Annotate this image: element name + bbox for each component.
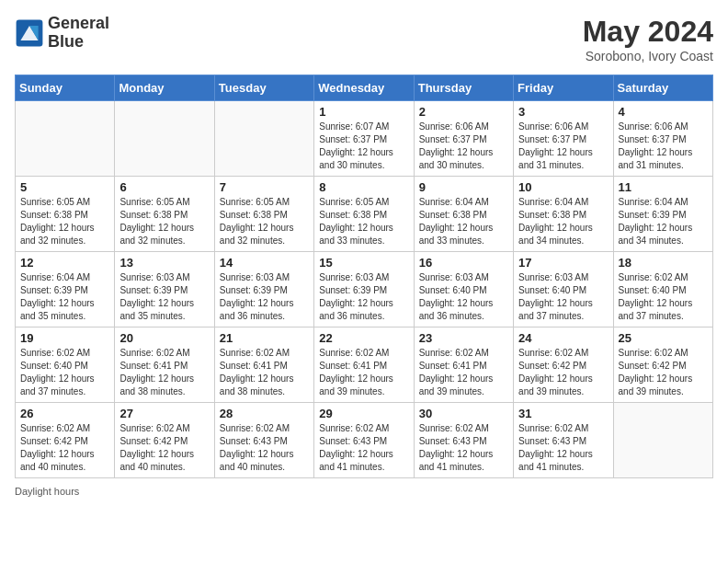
- weekday-header: Saturday: [613, 75, 712, 101]
- day-info: Sunrise: 6:02 AM Sunset: 6:42 PM Dayligh…: [20, 422, 109, 474]
- day-number: 16: [419, 256, 508, 270]
- day-number: 27: [119, 407, 209, 420]
- weekday-header: Tuesday: [214, 75, 313, 101]
- calendar-cell: 2Sunrise: 6:06 AM Sunset: 6:37 PM Daylig…: [414, 101, 513, 177]
- calendar-cell: 29Sunrise: 6:02 AM Sunset: 6:43 PM Dayli…: [314, 403, 414, 478]
- calendar-cell: 21Sunrise: 6:02 AM Sunset: 6:41 PM Dayli…: [214, 327, 313, 403]
- day-info: Sunrise: 6:02 AM Sunset: 6:42 PM Dayligh…: [119, 422, 209, 474]
- day-number: 20: [119, 331, 209, 345]
- calendar-week-row: 26Sunrise: 6:02 AM Sunset: 6:42 PM Dayli…: [16, 403, 713, 478]
- day-number: 24: [518, 331, 608, 345]
- day-info: Sunrise: 6:03 AM Sunset: 6:39 PM Dayligh…: [119, 271, 209, 323]
- calendar-cell: 4Sunrise: 6:06 AM Sunset: 6:37 PM Daylig…: [613, 101, 712, 177]
- day-number: 11: [619, 180, 708, 194]
- day-number: 8: [319, 180, 408, 194]
- day-info: Sunrise: 6:05 AM Sunset: 6:38 PM Dayligh…: [119, 196, 209, 247]
- day-info: Sunrise: 6:04 AM Sunset: 6:38 PM Dayligh…: [518, 196, 608, 247]
- day-info: Sunrise: 6:04 AM Sunset: 6:39 PM Dayligh…: [20, 271, 109, 323]
- day-number: 5: [20, 180, 109, 194]
- day-info: Sunrise: 6:05 AM Sunset: 6:38 PM Dayligh…: [220, 196, 309, 247]
- calendar-body: 1Sunrise: 6:07 AM Sunset: 6:37 PM Daylig…: [16, 101, 713, 478]
- day-info: Sunrise: 6:06 AM Sunset: 6:37 PM Dayligh…: [518, 121, 608, 172]
- calendar-cell: 27Sunrise: 6:02 AM Sunset: 6:42 PM Dayli…: [115, 403, 214, 478]
- day-number: 30: [419, 407, 508, 420]
- day-info: Sunrise: 6:02 AM Sunset: 6:43 PM Dayligh…: [319, 422, 408, 474]
- daylight-label: Daylight hours: [15, 486, 79, 497]
- day-info: Sunrise: 6:02 AM Sunset: 6:41 PM Dayligh…: [119, 347, 209, 398]
- day-number: 25: [619, 331, 708, 345]
- weekday-header: Thursday: [414, 75, 513, 101]
- calendar-cell: 26Sunrise: 6:02 AM Sunset: 6:42 PM Dayli…: [16, 403, 115, 478]
- day-info: Sunrise: 6:02 AM Sunset: 6:42 PM Dayligh…: [518, 347, 608, 398]
- logo-icon: [15, 18, 44, 48]
- calendar-cell: 8Sunrise: 6:05 AM Sunset: 6:38 PM Daylig…: [314, 177, 414, 252]
- day-info: Sunrise: 6:02 AM Sunset: 6:41 PM Dayligh…: [419, 347, 508, 398]
- calendar-cell: 9Sunrise: 6:04 AM Sunset: 6:38 PM Daylig…: [414, 177, 513, 252]
- weekday-header: Sunday: [16, 75, 115, 101]
- day-info: Sunrise: 6:02 AM Sunset: 6:40 PM Dayligh…: [20, 347, 109, 398]
- day-info: Sunrise: 6:06 AM Sunset: 6:37 PM Dayligh…: [419, 121, 508, 172]
- day-number: 28: [220, 407, 309, 420]
- calendar-cell: 14Sunrise: 6:03 AM Sunset: 6:39 PM Dayli…: [214, 252, 313, 327]
- day-info: Sunrise: 6:03 AM Sunset: 6:39 PM Dayligh…: [220, 271, 309, 323]
- calendar-cell: 31Sunrise: 6:02 AM Sunset: 6:43 PM Dayli…: [514, 403, 613, 478]
- day-number: 10: [518, 180, 608, 194]
- calendar-cell: 17Sunrise: 6:03 AM Sunset: 6:40 PM Dayli…: [514, 252, 613, 327]
- calendar-cell: 22Sunrise: 6:02 AM Sunset: 6:41 PM Dayli…: [314, 327, 414, 403]
- weekday-header: Friday: [514, 75, 613, 101]
- day-info: Sunrise: 6:05 AM Sunset: 6:38 PM Dayligh…: [20, 196, 109, 247]
- day-info: Sunrise: 6:02 AM Sunset: 6:43 PM Dayligh…: [419, 422, 508, 474]
- calendar-header: SundayMondayTuesdayWednesdayThursdayFrid…: [16, 75, 713, 101]
- calendar-cell: 15Sunrise: 6:03 AM Sunset: 6:39 PM Dayli…: [314, 252, 414, 327]
- calendar-cell: 19Sunrise: 6:02 AM Sunset: 6:40 PM Dayli…: [16, 327, 115, 403]
- calendar-week-row: 5Sunrise: 6:05 AM Sunset: 6:38 PM Daylig…: [16, 177, 713, 252]
- calendar-cell: [115, 101, 214, 177]
- day-number: 12: [20, 256, 109, 270]
- day-number: 18: [619, 256, 708, 270]
- calendar-cell: 13Sunrise: 6:03 AM Sunset: 6:39 PM Dayli…: [115, 252, 214, 327]
- calendar-cell: 3Sunrise: 6:06 AM Sunset: 6:37 PM Daylig…: [514, 101, 613, 177]
- calendar-cell: [613, 403, 712, 478]
- day-number: 26: [20, 407, 109, 420]
- day-number: 2: [419, 105, 508, 119]
- calendar-cell: 10Sunrise: 6:04 AM Sunset: 6:38 PM Dayli…: [514, 177, 613, 252]
- day-number: 9: [419, 180, 508, 194]
- logo: General Blue: [15, 15, 109, 52]
- day-info: Sunrise: 6:02 AM Sunset: 6:42 PM Dayligh…: [619, 347, 708, 398]
- weekday-header: Monday: [115, 75, 214, 101]
- calendar-cell: 24Sunrise: 6:02 AM Sunset: 6:42 PM Dayli…: [514, 327, 613, 403]
- day-number: 1: [319, 105, 408, 119]
- location-subtitle: Sorobono, Ivory Coast: [583, 49, 713, 63]
- day-info: Sunrise: 6:07 AM Sunset: 6:37 PM Dayligh…: [319, 121, 408, 172]
- day-info: Sunrise: 6:02 AM Sunset: 6:43 PM Dayligh…: [220, 422, 309, 474]
- day-info: Sunrise: 6:02 AM Sunset: 6:41 PM Dayligh…: [319, 347, 408, 398]
- day-info: Sunrise: 6:06 AM Sunset: 6:37 PM Dayligh…: [619, 121, 708, 172]
- day-number: 17: [518, 256, 608, 270]
- calendar-cell: 30Sunrise: 6:02 AM Sunset: 6:43 PM Dayli…: [414, 403, 513, 478]
- logo-line1: General: [48, 15, 109, 33]
- day-info: Sunrise: 6:02 AM Sunset: 6:43 PM Dayligh…: [518, 422, 608, 474]
- day-number: 3: [518, 105, 608, 119]
- calendar-cell: [214, 101, 313, 177]
- day-info: Sunrise: 6:03 AM Sunset: 6:40 PM Dayligh…: [518, 271, 608, 323]
- calendar-cell: 1Sunrise: 6:07 AM Sunset: 6:37 PM Daylig…: [314, 101, 414, 177]
- calendar-cell: 16Sunrise: 6:03 AM Sunset: 6:40 PM Dayli…: [414, 252, 513, 327]
- day-number: 29: [319, 407, 408, 420]
- calendar-cell: 5Sunrise: 6:05 AM Sunset: 6:38 PM Daylig…: [16, 177, 115, 252]
- calendar-cell: 7Sunrise: 6:05 AM Sunset: 6:38 PM Daylig…: [214, 177, 313, 252]
- day-number: 31: [518, 407, 608, 420]
- footer: Daylight hours: [15, 486, 713, 497]
- day-info: Sunrise: 6:02 AM Sunset: 6:40 PM Dayligh…: [619, 271, 708, 323]
- logo-line2: Blue: [48, 33, 109, 52]
- day-number: 23: [419, 331, 508, 345]
- calendar-cell: 25Sunrise: 6:02 AM Sunset: 6:42 PM Dayli…: [613, 327, 712, 403]
- day-number: 22: [319, 331, 408, 345]
- page-header: General Blue May 2024 Sorobono, Ivory Co…: [15, 15, 713, 63]
- calendar-cell: 6Sunrise: 6:05 AM Sunset: 6:38 PM Daylig…: [115, 177, 214, 252]
- day-number: 21: [220, 331, 309, 345]
- title-area: May 2024 Sorobono, Ivory Coast: [583, 15, 713, 63]
- day-info: Sunrise: 6:04 AM Sunset: 6:38 PM Dayligh…: [419, 196, 508, 247]
- day-info: Sunrise: 6:04 AM Sunset: 6:39 PM Dayligh…: [619, 196, 708, 247]
- calendar-cell: 11Sunrise: 6:04 AM Sunset: 6:39 PM Dayli…: [613, 177, 712, 252]
- day-info: Sunrise: 6:03 AM Sunset: 6:39 PM Dayligh…: [319, 271, 408, 323]
